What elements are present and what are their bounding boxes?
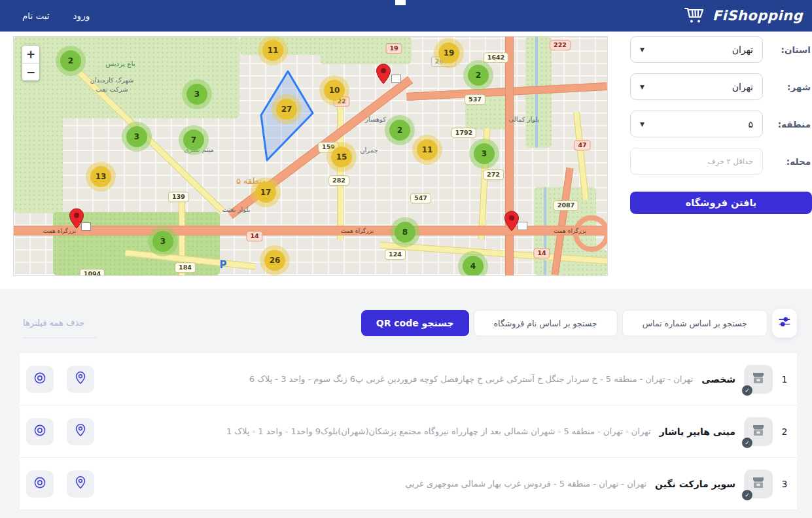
cluster-count: 11 (262, 40, 283, 61)
map-place-label: بزرگراه همت (341, 228, 374, 234)
map-pin-marker[interactable] (69, 208, 84, 232)
store-row: 2✓مینی هایپر یاشارتهران - تهران - منطقه … (20, 406, 797, 458)
map-cluster-marker[interactable]: 10 (319, 75, 349, 105)
store-address: تهران - تهران - منطقه 5 - خ سردار جنگل خ… (103, 374, 693, 384)
neighborhood-label: محله: (763, 156, 812, 167)
clear-all-filters-link[interactable]: حذف همه فیلترها (23, 318, 84, 328)
road-number-badge: 222 (550, 40, 571, 50)
map-cluster-marker[interactable]: 2 (56, 46, 86, 76)
store-name: مینی هایپر یاشار (660, 426, 735, 437)
verified-badge-icon: ✓ (741, 489, 753, 501)
cluster-count: 10 (324, 80, 345, 101)
province-select[interactable]: تهران ▼ (630, 36, 763, 63)
cluster-count: 2 (389, 120, 410, 141)
map-green-area (14, 115, 63, 213)
storefront-icon (750, 423, 766, 441)
map-cluster-marker[interactable]: 26 (260, 245, 290, 275)
map-cluster-marker[interactable]: 17 (251, 177, 281, 207)
map-cluster-marker[interactable]: 3 (469, 139, 499, 169)
cluster-count: 19 (438, 43, 459, 63)
map-cluster-marker[interactable]: 2 (463, 60, 493, 90)
map-place-label: بزرگراه همت (554, 228, 586, 234)
verified-badge-icon: ✓ (741, 437, 753, 449)
clear-filters-underline (23, 337, 97, 338)
cluster-count: 26 (264, 250, 285, 271)
view-store-button[interactable] (26, 418, 54, 445)
view-store-button[interactable] (26, 366, 54, 393)
nav-links: ثبت نام ورود (22, 10, 90, 21)
map-cluster-marker[interactable]: 11 (412, 135, 442, 165)
road-number-badge: 272 (483, 169, 504, 180)
filter-settings-button[interactable] (772, 309, 797, 337)
chevron-down-icon: ▼ (640, 121, 644, 128)
map-place-label: باغ پردیس (105, 60, 135, 67)
tab-search-1[interactable]: جستجو بر اساس نام فروشگاه (474, 310, 618, 336)
tab-search-0[interactable]: جستجو بر اساس شماره تماس (622, 310, 768, 336)
map-cluster-marker[interactable]: 2 (385, 115, 415, 145)
map-cluster-marker[interactable]: 19 (434, 38, 464, 68)
find-store-button[interactable]: یافتن فروشگاه (630, 192, 812, 214)
login-link[interactable]: ورود (73, 10, 90, 21)
store-map[interactable]: 2337223384111910271115131726222192607164… (13, 36, 608, 276)
cluster-count: 3 (126, 126, 147, 147)
store-index: 1 (781, 374, 788, 385)
map-cluster-marker[interactable]: 11 (258, 36, 288, 65)
cluster-count: 4 (463, 256, 484, 276)
city-select[interactable]: تهران ▼ (630, 73, 763, 100)
city-value: تهران (732, 82, 753, 92)
map-place-label: بلوار کمالی (508, 116, 539, 123)
location-pin-icon (73, 475, 88, 492)
location-pin-icon (73, 371, 88, 387)
tab-search-qr-code[interactable]: جستجو QR code (361, 310, 469, 336)
map-place-label: P (220, 259, 227, 271)
store-avatar: ✓ (744, 417, 773, 446)
show-on-map-button[interactable] (67, 470, 94, 498)
zoom-out-button[interactable]: − (22, 63, 39, 80)
top-navbar: ثبت نام ورود FiShopping (0, 0, 812, 31)
road-number-badge: 1792 (451, 128, 476, 138)
road-number-badge: 1094 (80, 269, 105, 276)
cluster-count: 7 (183, 130, 204, 150)
district-label: منطقه: (763, 119, 812, 130)
zoom-in-button[interactable]: + (22, 46, 39, 63)
map-cluster-marker[interactable]: 3 (182, 79, 212, 109)
view-store-button[interactable] (26, 470, 54, 498)
cluster-count: 8 (395, 222, 415, 243)
map-cluster-marker[interactable]: 4 (458, 251, 488, 276)
map-cluster-marker[interactable]: 27 (272, 94, 302, 124)
district-select[interactable]: ۵ ▼ (630, 111, 763, 137)
map-cluster-marker[interactable]: 13 (86, 162, 116, 192)
road-number-badge: 19 (385, 43, 402, 54)
show-on-map-button[interactable] (67, 418, 94, 445)
show-on-map-button[interactable] (67, 366, 94, 393)
road-number-badge: 547 (410, 193, 431, 203)
cluster-count: 2 (60, 50, 81, 71)
brand-logo[interactable]: FiShopping (683, 4, 803, 27)
neighborhood-input[interactable] (630, 148, 763, 175)
store-row: 3✓سوپر مارکت نگینتهران - تهران - منطقه 5… (20, 458, 797, 510)
map-pin-marker[interactable] (376, 63, 391, 87)
map-cluster-marker[interactable]: 3 (122, 122, 152, 152)
store-row: 1✓شخصیتهران - تهران - منطقه 5 - خ سردار … (20, 353, 797, 406)
search-mode-tabs: جستجو بر اساس شماره تماسجستجو بر اساس نا… (361, 309, 797, 337)
map-place-label: شرکت نفت (96, 86, 128, 93)
store-avatar: ✓ (744, 470, 773, 498)
map-cluster-marker[interactable]: 15 (327, 142, 357, 172)
map-road (505, 37, 514, 275)
sliders-icon (777, 315, 792, 332)
map-place-label: چمران (360, 147, 378, 154)
cluster-count: 27 (276, 99, 297, 120)
map-cluster-marker[interactable]: 8 (390, 217, 420, 247)
map-place-label: بلوار بعثت (222, 206, 251, 213)
cluster-count: 3 (474, 143, 495, 164)
map-pin-marker[interactable] (504, 211, 520, 234)
map-building (391, 75, 401, 83)
cluster-count: 3 (186, 84, 207, 105)
map-cluster-marker[interactable]: 3 (148, 226, 178, 256)
store-results-list: 1✓شخصیتهران - تهران - منطقه 5 - خ سردار … (20, 353, 797, 510)
road-number-badge: 537 (465, 94, 485, 105)
map-cluster-marker[interactable]: 7 (179, 125, 209, 155)
eye-icon (33, 475, 47, 492)
register-link[interactable]: ثبت نام (22, 10, 50, 21)
province-value: تهران (732, 44, 753, 55)
